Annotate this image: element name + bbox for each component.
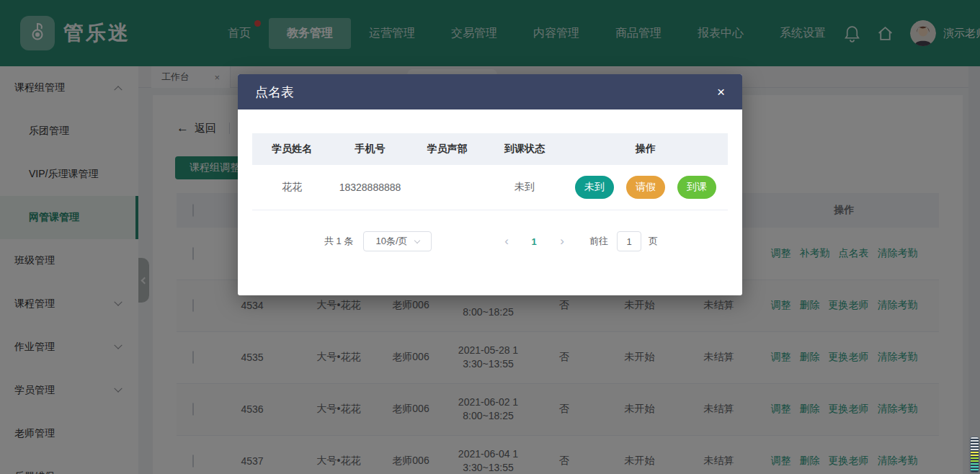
student-part xyxy=(409,165,486,210)
mark-absent-button[interactable]: 未到 xyxy=(575,176,614,199)
modal-title: 点名表 xyxy=(255,84,294,101)
modal-table-row: 花花 18328888888 未到 未到 请假 到课 xyxy=(252,165,728,210)
total-count: 共 1 条 xyxy=(324,231,353,251)
close-icon[interactable]: × xyxy=(717,85,725,99)
page-number[interactable]: 1 xyxy=(526,231,542,251)
pagination: 共 1 条 10条/页 ‹ 1 › 前往 页 xyxy=(238,231,742,251)
page-size-select[interactable]: 10条/页 xyxy=(363,231,432,251)
page-unit-label: 页 xyxy=(649,231,658,251)
student-name: 花花 xyxy=(252,165,331,210)
scrollbar-thumb[interactable] xyxy=(970,437,979,473)
attendance-status: 未到 xyxy=(486,165,564,210)
goto-label: 前往 xyxy=(589,231,608,251)
goto-page-input[interactable] xyxy=(617,231,641,251)
student-phone: 18328888888 xyxy=(331,165,409,210)
mark-attended-button[interactable]: 到课 xyxy=(677,176,716,199)
chevron-down-icon xyxy=(414,237,419,243)
mark-leave-button[interactable]: 请假 xyxy=(626,176,665,199)
next-page-button[interactable]: › xyxy=(555,231,569,251)
modal-table-header-row: 学员姓名 手机号 学员声部 到课状态 操作 xyxy=(252,133,728,165)
prev-page-button[interactable]: ‹ xyxy=(499,231,514,251)
roll-call-modal: 点名表 × 学员姓名 手机号 学员声部 到课状态 操作 花花 183288888… xyxy=(238,74,742,295)
roll-call-table: 学员姓名 手机号 学员声部 到课状态 操作 花花 18328888888 未到 … xyxy=(252,133,728,210)
attendance-actions: 未到 请假 到课 xyxy=(564,176,728,199)
modal-header: 点名表 × xyxy=(238,74,742,109)
